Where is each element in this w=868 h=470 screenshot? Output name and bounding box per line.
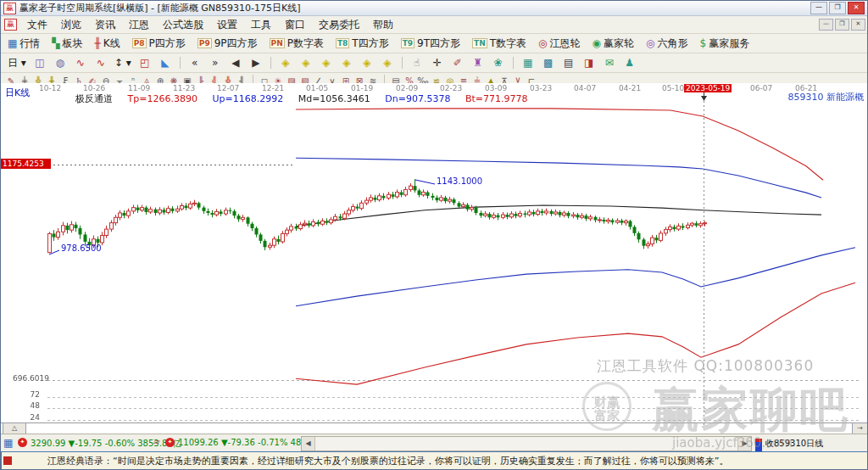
- mail-icon[interactable]: ✉: [601, 55, 618, 70]
- horizontal-scrollbar[interactable]: ◀ ▶: [301, 436, 752, 451]
- minimize-button[interactable]: —: [810, 2, 827, 14]
- split-window-icon[interactable]: ◫: [31, 55, 48, 70]
- y-scale-icon[interactable]: ↕ ▾: [113, 55, 133, 70]
- sectors-icon: ▚: [52, 37, 59, 49]
- t-square-button[interactable]: T8T四方形: [332, 35, 392, 53]
- indicator-bt: Bt=771.9778: [465, 93, 528, 104]
- save-layout-icon[interactable]: ▤: [560, 55, 577, 70]
- title-bar: 赢 赢家老子时空周期系统[纵横版] - [新能源概 GN859310-175日K…: [1, 1, 867, 16]
- hexagon-button[interactable]: ◎六角形: [643, 35, 691, 53]
- first-bar-icon[interactable]: «: [186, 55, 203, 70]
- calculator-icon[interactable]: ▩: [540, 55, 557, 70]
- measure-tool-icon[interactable]: ✐: [449, 55, 466, 70]
- 9t-square-icon: T9: [401, 38, 415, 48]
- scrollbar-track[interactable]: [315, 437, 737, 450]
- zigzag-line-1-icon[interactable]: ∿: [72, 55, 89, 70]
- gann-wheel-button[interactable]: ◎江恩轮: [535, 35, 583, 53]
- kline-icon: ╫: [95, 37, 101, 49]
- menu-item-窗口[interactable]: 窗口: [278, 17, 312, 33]
- menu-item-江恩[interactable]: 江恩: [122, 17, 156, 33]
- toolbar-separator: [180, 57, 181, 69]
- expand-right-button[interactable]: →: [852, 422, 868, 434]
- chart-info-icon[interactable]: ◍: [52, 55, 69, 70]
- volume-tick-72: 72: [8, 390, 40, 399]
- menu-item-设置[interactable]: 设置: [210, 17, 244, 33]
- expand-panel-button[interactable]: △: [3, 422, 26, 434]
- period-day-icon[interactable]: 日 ▾: [6, 54, 28, 72]
- gann-wheel-icon: ◎: [538, 37, 547, 49]
- prev-bar-icon[interactable]: ◀: [227, 55, 244, 70]
- x-axis-date: 11-23: [173, 84, 195, 92]
- kline-label: K线: [103, 36, 120, 51]
- price-ref-badge: 1175.4253: [1, 159, 51, 169]
- navigation-toolbar: 日 ▾◫◍∿∿↕ ▾◰◣«»◀▶◈◈◈◈◈◈☝✛✐♜❀▦▩▤◨✉♟: [1, 53, 867, 73]
- x-axis-date: 12-07: [217, 84, 239, 92]
- gann-toolbox-icon[interactable]: ♜: [470, 55, 487, 70]
- sh-index-icon: ✦: [18, 438, 27, 447]
- cycle-tool-icon[interactable]: ❀: [490, 55, 507, 70]
- maximize-button[interactable]: ❐: [829, 2, 846, 14]
- gann-wheel-label: 江恩轮: [550, 36, 581, 51]
- t-table-button[interactable]: TNT数字表: [469, 35, 530, 53]
- quote-bar-icon: [3, 456, 12, 465]
- p-square-button[interactable]: P8P四方形: [129, 35, 189, 53]
- t-square-label: T四方形: [352, 36, 388, 51]
- pane-bottom-price-label: 696.6019: [13, 374, 49, 383]
- crosshair-tool-icon[interactable]: ✛: [429, 55, 446, 70]
- winner-service-button[interactable]: $赢家服务: [697, 35, 754, 53]
- diamond-down-icon[interactable]: ◈: [379, 55, 396, 70]
- mdi-restore-button[interactable]: ❐: [835, 19, 849, 31]
- menu-item-浏览[interactable]: 浏览: [54, 17, 88, 33]
- x-axis-date: 03-23: [530, 84, 552, 92]
- x-axis-date: 05-10: [662, 84, 684, 92]
- p-table-icon: PN: [270, 38, 285, 48]
- winner-wheel-icon: ◉: [593, 37, 601, 49]
- stock-code-label: 859310 新能源概: [788, 91, 865, 104]
- mdi-minimize-button[interactable]: —: [819, 19, 833, 31]
- mini-chart-icon[interactable]: ▱: [153, 437, 160, 446]
- diamond-up-icon[interactable]: ◈: [359, 55, 376, 70]
- window-title: 赢家老子时空周期系统[纵横版] - [新能源概 GN859310-175日K线]: [19, 2, 809, 14]
- menu-item-资讯[interactable]: 资讯: [88, 17, 122, 33]
- gradient-view-icon[interactable]: ◣: [157, 55, 174, 70]
- next-bar-icon[interactable]: ▶: [248, 55, 264, 70]
- mdi-close-button[interactable]: ✕: [851, 19, 865, 31]
- watermark-logo: 财赢 富家: [582, 382, 632, 431]
- close-button[interactable]: ✕: [848, 2, 865, 14]
- screen-capture-icon[interactable]: ◨: [581, 55, 598, 70]
- x-axis-date: 04-07: [574, 84, 596, 92]
- menu-item-交易委托[interactable]: 交易委托: [312, 17, 366, 33]
- x-axis-date: 01-19: [351, 84, 373, 92]
- t-table-icon: TN: [472, 38, 487, 48]
- scroll-right-arrow[interactable]: ▶: [737, 437, 751, 450]
- status-stock-icon: [755, 439, 762, 451]
- kline-button[interactable]: ╫K线: [92, 35, 124, 53]
- menu-item-文件[interactable]: 文件: [20, 17, 54, 33]
- diamond-left-icon[interactable]: ◈: [318, 55, 335, 70]
- volume-tick-48: 48: [8, 401, 40, 410]
- trade-order-icon[interactable]: ♟: [621, 55, 638, 70]
- diamond-right-icon[interactable]: ◈: [338, 55, 355, 70]
- diamond-expand-icon[interactable]: ◈: [277, 55, 294, 70]
- last-bar-icon[interactable]: »: [207, 55, 224, 70]
- chart-area: 日K线 极反通道 Tp=1266.3890 Up=1168.2992 Md=10…: [1, 83, 868, 434]
- menu-item-帮助[interactable]: 帮助: [366, 17, 400, 33]
- quotes-grid-icon[interactable]: ▦: [3, 437, 13, 449]
- zigzag-line-2-icon[interactable]: ∿: [92, 55, 109, 70]
- x-axis-date-highlight: 2023-05-19: [684, 84, 732, 92]
- p-table-button[interactable]: PNP数字表: [266, 35, 327, 53]
- diamond-shrink-icon[interactable]: ◈: [298, 55, 314, 70]
- region-select-icon[interactable]: ◰: [136, 55, 153, 70]
- hand-tool-icon[interactable]: ☝: [409, 55, 426, 70]
- 9p-square-button[interactable]: P99P四方形: [194, 35, 261, 53]
- sz-index-icon: ✦: [165, 438, 175, 447]
- menu-item-工具[interactable]: 工具: [244, 17, 278, 33]
- p-table-label: P数字表: [287, 36, 324, 51]
- menu-item-公式选股[interactable]: 公式选股: [156, 17, 210, 33]
- quotes-button[interactable]: ▦行情: [4, 35, 43, 53]
- sectors-button[interactable]: ▚板块: [48, 35, 86, 53]
- calendar-icon[interactable]: ▦: [520, 55, 537, 70]
- winner-wheel-button[interactable]: ◉赢家轮: [589, 35, 637, 53]
- 9t-square-button[interactable]: T99T四方形: [398, 35, 464, 53]
- scroll-left-arrow[interactable]: ◀: [302, 437, 315, 450]
